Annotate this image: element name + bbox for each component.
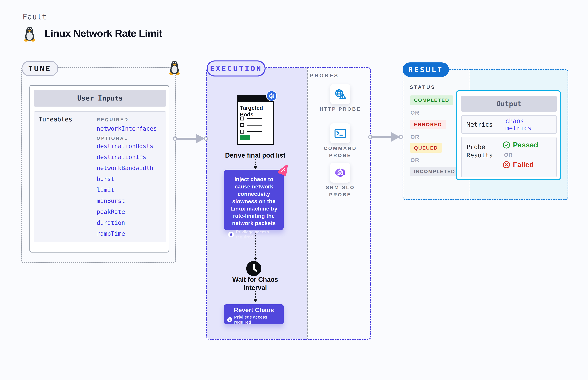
list-line xyxy=(247,125,262,126)
tuneable-minBurst[interactable]: minBurst xyxy=(97,197,125,204)
checkbox-icon xyxy=(240,130,244,133)
lock-icon xyxy=(228,232,234,237)
command-probe-label: COMMAND PROBE xyxy=(316,145,365,159)
tux-corner-icon xyxy=(168,60,181,75)
user-inputs-title: User Inputs xyxy=(34,90,166,107)
pods-card-button xyxy=(240,135,250,140)
or-label: OR xyxy=(411,157,419,163)
pod-checklist-row xyxy=(240,130,262,133)
arrow-down-icon xyxy=(254,166,257,169)
required-group-label: REQUIRED xyxy=(97,117,129,122)
probes-divider xyxy=(307,68,308,339)
list-line xyxy=(247,131,262,132)
or-label: OR xyxy=(411,134,419,140)
user-inputs-card: User Inputs Tuneables REQUIRED networkIn… xyxy=(29,85,169,252)
metrics-label: Metrics xyxy=(467,121,505,128)
inject-chaos-node: Inject chaos to cause network connectivi… xyxy=(224,170,284,230)
http-probe-label: HTTP PROBE xyxy=(316,105,365,113)
output-title: Output xyxy=(461,95,557,112)
probe-results-row: Probe Results Passed OR Failed xyxy=(461,137,557,177)
inject-chaos-text: Inject chaos to cause network connectivi… xyxy=(228,175,279,227)
or-label: OR xyxy=(411,110,419,116)
tuneable-limit[interactable]: limit xyxy=(97,187,114,193)
targeted-pods-card: Targeted Pods xyxy=(237,95,274,145)
wait-chaos-interval-label: Wait for Chaos Interval xyxy=(227,275,283,292)
checkbox-icon xyxy=(240,123,244,127)
tuneables-label: Tuneables xyxy=(39,116,72,123)
metrics-row: Metrics chaos metrics xyxy=(461,115,557,134)
globe-alert-icon xyxy=(334,88,347,100)
arrow-down-icon xyxy=(254,258,257,261)
pod-checklist-row xyxy=(240,123,262,127)
arrow-tune-to-execution xyxy=(173,132,208,145)
tuneable-networkBandwidth[interactable]: networkBandwidth xyxy=(97,165,153,171)
or-label: OR xyxy=(504,152,538,158)
fault-diagram: Fault Linux Network Rate Limit TUNE User… xyxy=(0,0,588,380)
flow-connector xyxy=(255,159,256,167)
page-title: Linux Network Rate Limit xyxy=(44,27,162,39)
probe-result-passed: Passed xyxy=(503,141,538,149)
tuneable-destinationIPs[interactable]: destinationIPs xyxy=(97,154,146,160)
lock-icon xyxy=(227,317,232,322)
tuneable-rampTime[interactable]: rampTime xyxy=(97,230,125,237)
srm-slo-probe-label: SRM SLO PROBE xyxy=(316,184,365,198)
list-line xyxy=(247,118,262,119)
x-circle-icon xyxy=(503,161,510,169)
status-label: STATUS xyxy=(410,84,436,90)
tuneable-duration[interactable]: duration xyxy=(97,219,125,226)
http-probe-card xyxy=(330,84,350,104)
metrics-value: chaos metrics xyxy=(505,117,551,132)
tux-icon xyxy=(23,26,36,41)
arrow-execution-to-result xyxy=(368,131,403,143)
clock-icon xyxy=(246,261,261,276)
revert-chaos-title: Revert Chaos xyxy=(227,307,280,314)
chaos-icon xyxy=(277,165,289,176)
optional-group-label: OPTIONAL xyxy=(97,136,128,141)
tuneables-panel: Tuneables REQUIRED networkInterfaces OPT… xyxy=(34,112,166,242)
probes-section-label: PROBES xyxy=(310,73,339,79)
privilege-row: Privilege access required xyxy=(228,229,279,240)
tuneable-burst[interactable]: burst xyxy=(97,175,114,182)
kubernetes-icon: ☸ xyxy=(266,91,277,101)
status-badge-errored: ERRORED xyxy=(410,120,446,129)
probe-results-label: Probe Results xyxy=(467,143,501,160)
result-section-badge: RESULT xyxy=(403,62,449,77)
terminal-icon xyxy=(334,129,346,138)
output-card: Output Metrics chaos metrics Probe Resul… xyxy=(456,90,561,180)
flow-connector xyxy=(255,291,256,300)
targeted-pods-title: Targeted Pods xyxy=(240,104,273,118)
derive-pod-list-label: Derive final pod list xyxy=(221,151,290,159)
status-badge-queued: QUEUED xyxy=(410,143,442,153)
fault-kind-label: Fault xyxy=(22,12,47,21)
tune-section-badge: TUNE xyxy=(21,61,58,76)
status-badge-completed: COMPLETED xyxy=(410,95,453,105)
srm-slo-probe-card xyxy=(330,163,350,183)
privilege-label: Privilege access required xyxy=(234,315,280,325)
pod-checklist-row xyxy=(240,116,262,120)
privilege-row: Privilege access required xyxy=(227,315,280,325)
checkbox-icon xyxy=(240,116,244,120)
command-probe-card xyxy=(330,123,350,143)
tuneable-destinationHosts[interactable]: destinationHosts xyxy=(97,143,153,149)
arrow-down-icon xyxy=(254,299,257,302)
tuneable-peakRate[interactable]: peakRate xyxy=(97,209,125,215)
privilege-label: Privilege access required xyxy=(236,229,279,240)
check-circle-icon xyxy=(503,141,510,149)
status-badge-incompleted: INCOMPLETED xyxy=(410,167,459,176)
slo-gauge-icon xyxy=(334,167,347,178)
tuneable-networkInterfaces[interactable]: networkInterfaces xyxy=(97,125,157,132)
execution-section-badge: EXECUTION xyxy=(207,60,266,76)
probe-result-failed: Failed xyxy=(503,161,538,169)
revert-chaos-node: Revert Chaos Privilege access required xyxy=(224,304,284,324)
